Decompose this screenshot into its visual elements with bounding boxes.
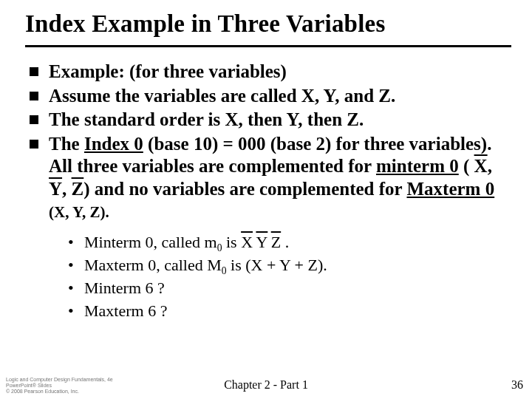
bullet-item: Example: (for three variables)	[30, 61, 511, 83]
text: ,	[488, 156, 492, 176]
slide: Index Example in Three Variables Example…	[0, 0, 532, 321]
sub-bullet-item: • Maxterm 6 ?	[68, 301, 511, 321]
sub-bullet-text: Maxterm 0, called M0 is (X + Y + Z).	[84, 255, 327, 276]
bullet-text: The standard order is X, then Y, then Z.	[49, 109, 511, 132]
square-bullet-icon	[30, 115, 38, 124]
bullet-text: Example: (for three variables)	[49, 61, 511, 83]
x-bar: X	[474, 156, 488, 176]
sub-bullet-item: • Maxterm 0, called M0 is (X + Y + Z).	[68, 255, 511, 276]
text: (	[459, 156, 474, 176]
subscript: 0	[222, 265, 227, 276]
text: Minterm 0, called m	[84, 233, 217, 251]
main-bullets: Example: (for three variables) Assume th…	[25, 61, 511, 223]
maxterm-0-underline: Maxterm 0	[406, 179, 494, 199]
minterm-0-underline: minterm 0	[376, 156, 459, 176]
bullet-item: The Index 0 (base 10) = 000 (base 2) for…	[30, 133, 511, 223]
square-bullet-icon	[30, 140, 38, 149]
bullet-item: The standard order is X, then Y, then Z.	[30, 109, 511, 132]
text: is	[222, 233, 241, 251]
square-bullet-icon	[30, 67, 38, 76]
text: .	[281, 233, 289, 251]
slide-title: Index Example in Three Variables	[25, 10, 511, 38]
text: The	[49, 134, 84, 154]
sub-bullet-item: • Minterm 0, called m0 is X Y Z .	[68, 232, 511, 253]
sub-bullet-item: • Minterm 6 ?	[68, 278, 511, 299]
text: is (X + Y + Z).	[227, 256, 327, 274]
square-bullet-icon	[30, 92, 38, 100]
sub-bullets: • Minterm 0, called m0 is X Y Z . • Maxt…	[25, 232, 511, 322]
index-0-underline: Index 0	[84, 134, 143, 154]
text: (X, Y, Z).	[49, 203, 109, 221]
text: ,	[62, 179, 72, 199]
title-rule	[25, 45, 511, 47]
sub-bullet-text: Minterm 0, called m0 is X Y Z .	[84, 232, 289, 253]
text: and no variables are complemented for	[90, 179, 407, 199]
bullet-text: Assume the variables are called X, Y, an…	[49, 85, 511, 108]
footer-chapter: Chapter 2 - Part 1	[0, 378, 532, 392]
z-bar: Z	[72, 179, 84, 199]
bullet-text: The Index 0 (base 10) = 000 (base 2) for…	[49, 133, 511, 223]
dot-bullet-icon: •	[68, 255, 80, 276]
y-bar: Y	[49, 179, 62, 199]
page-number: 36	[511, 378, 523, 392]
dot-bullet-icon: •	[68, 278, 80, 299]
dot-bullet-icon: •	[68, 232, 80, 253]
sub-bullet-text: Maxterm 6 ?	[84, 301, 167, 321]
text: )	[83, 179, 89, 199]
z-bar: Z	[271, 234, 281, 250]
sub-bullet-text: Minterm 6 ?	[84, 278, 165, 299]
y-bar: Y	[256, 234, 267, 250]
x-bar: X	[241, 234, 253, 250]
bullet-item: Assume the variables are called X, Y, an…	[30, 85, 511, 108]
dot-bullet-icon: •	[68, 301, 80, 321]
text: Maxterm 0, called M	[84, 256, 222, 274]
